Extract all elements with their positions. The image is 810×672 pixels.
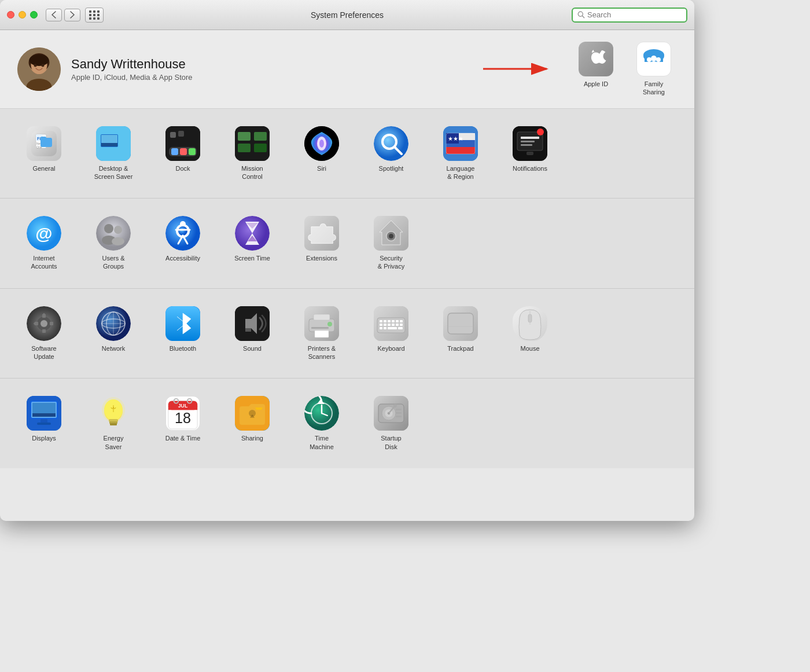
user-name: Sandy Writtenhouse [71, 57, 193, 72]
svg-rect-68 [526, 152, 533, 155]
apple-id-icon [579, 42, 613, 76]
language-label: Language& Region [447, 164, 475, 181]
svg-rect-44 [254, 132, 267, 141]
window-title: System Preferences [311, 10, 384, 20]
personal-grid: File New One General [9, 120, 685, 187]
dock-label: Dock [175, 164, 190, 172]
svg-point-87 [389, 234, 393, 238]
search-icon [577, 11, 585, 19]
general-item[interactable]: File New One General [9, 120, 79, 187]
mission-item[interactable]: MissionControl [218, 120, 287, 187]
svg-rect-45 [238, 144, 251, 152]
family-sharing-item[interactable]: FamilySharing [631, 42, 677, 97]
svg-rect-146 [110, 423, 117, 425]
security-icon [374, 216, 408, 251]
spotlight-icon [374, 126, 408, 161]
svg-rect-94 [50, 322, 53, 325]
svg-rect-40 [170, 132, 176, 138]
sharing-item[interactable]: Sharing [218, 390, 287, 457]
svg-rect-122 [392, 324, 395, 326]
user-subtitle: Apple ID, iCloud, Media & App Store [71, 73, 193, 82]
keyboard-item[interactable]: Keyboard [356, 300, 426, 367]
displays-item[interactable]: Displays [9, 390, 79, 457]
trackpad-item[interactable]: Trackpad [426, 300, 495, 367]
search-box[interactable] [572, 8, 687, 23]
dock-icon [165, 126, 200, 161]
svg-rect-124 [400, 324, 403, 326]
network-item[interactable]: Network [79, 300, 148, 367]
svg-rect-117 [396, 320, 399, 322]
bluetooth-icon [165, 306, 200, 341]
general-label: General [32, 164, 55, 172]
svg-line-1 [583, 16, 584, 18]
svg-rect-34 [101, 143, 117, 146]
energy-icon [96, 396, 131, 431]
displays-label: Displays [32, 434, 56, 442]
svg-rect-119 [380, 324, 382, 326]
bluetooth-item[interactable]: Bluetooth [148, 300, 218, 367]
minimize-button[interactable] [19, 11, 26, 19]
timemachine-label: TimeMachine [310, 434, 334, 451]
startup-item[interactable]: StartupDisk [356, 390, 426, 457]
svg-rect-28 [41, 138, 52, 147]
datetime-label: Date & Time [165, 434, 201, 442]
language-item[interactable]: ★★★ Language& Region [426, 120, 495, 187]
internet-item[interactable]: @ InternetAccounts [9, 210, 79, 277]
desktop-icon [96, 126, 131, 161]
screentime-item[interactable]: Screen Time [218, 210, 287, 277]
notifications-icon [513, 126, 547, 161]
accessibility-item[interactable]: Accessibility [148, 210, 218, 277]
network-label: Network [102, 344, 125, 352]
desktop-item[interactable]: Desktop &Screen Saver [79, 120, 148, 187]
printers-label: Printers &Scanners [308, 344, 336, 361]
mouse-item[interactable]: Mouse [495, 300, 565, 367]
dock-item[interactable]: Dock [148, 120, 218, 187]
users-item[interactable]: Users &Groups [79, 210, 148, 277]
svg-point-72 [104, 224, 113, 233]
svg-rect-121 [388, 324, 391, 326]
hardware-section: SoftwareUpdate Network [0, 289, 694, 379]
forward-button[interactable] [64, 9, 80, 21]
svg-rect-140 [32, 413, 56, 417]
energy-item[interactable]: EnergySaver [79, 390, 148, 457]
svg-rect-116 [392, 320, 395, 322]
maximize-button[interactable] [30, 11, 38, 19]
spotlight-item[interactable]: Spotlight [356, 120, 426, 187]
apple-id-item[interactable]: Apple ID [573, 42, 619, 97]
back-button[interactable] [46, 9, 62, 21]
printers-item[interactable]: Printers &Scanners [287, 300, 356, 367]
svg-text:JUL: JUL [178, 403, 188, 409]
accounts-grid: @ InternetAccounts Users &Groups [9, 210, 685, 277]
svg-rect-43 [238, 132, 251, 141]
notifications-item[interactable]: Notifications [495, 120, 565, 187]
extensions-label: Extensions [306, 254, 337, 262]
accessibility-icon [165, 216, 200, 251]
sound-item[interactable]: Sound [218, 300, 287, 367]
svg-point-50 [374, 126, 408, 161]
svg-point-16 [647, 57, 651, 62]
datetime-icon: JUL 18 [165, 396, 200, 431]
grid-view-button[interactable] [85, 8, 104, 23]
siri-item[interactable]: Siri [287, 120, 356, 187]
profile-section: Sandy Writtenhouse Apple ID, iCloud, Med… [0, 30, 694, 109]
energy-label: EnergySaver [104, 434, 124, 451]
svg-rect-130 [448, 313, 473, 334]
accounts-section: @ InternetAccounts Users &Groups [0, 199, 694, 289]
general-icon: File New One [27, 126, 61, 161]
svg-rect-46 [254, 144, 267, 152]
users-label: Users &Groups [102, 254, 124, 271]
software-item[interactable]: SoftwareUpdate [9, 300, 79, 367]
security-item[interactable]: Security& Privacy [356, 210, 426, 277]
extensions-item[interactable]: Extensions [287, 210, 356, 277]
timemachine-item[interactable]: TimeMachine [287, 390, 356, 457]
search-input[interactable] [587, 10, 682, 19]
displays-icon [27, 396, 61, 431]
svg-point-90 [41, 320, 47, 327]
datetime-item[interactable]: JUL 18 Date & Time [148, 390, 218, 457]
svg-point-75 [112, 237, 124, 245]
desktop-label: Desktop &Screen Saver [94, 164, 133, 181]
mission-icon [235, 126, 270, 161]
close-button[interactable] [7, 11, 14, 19]
user-avatar[interactable] [17, 47, 61, 91]
printers-icon [304, 306, 339, 341]
